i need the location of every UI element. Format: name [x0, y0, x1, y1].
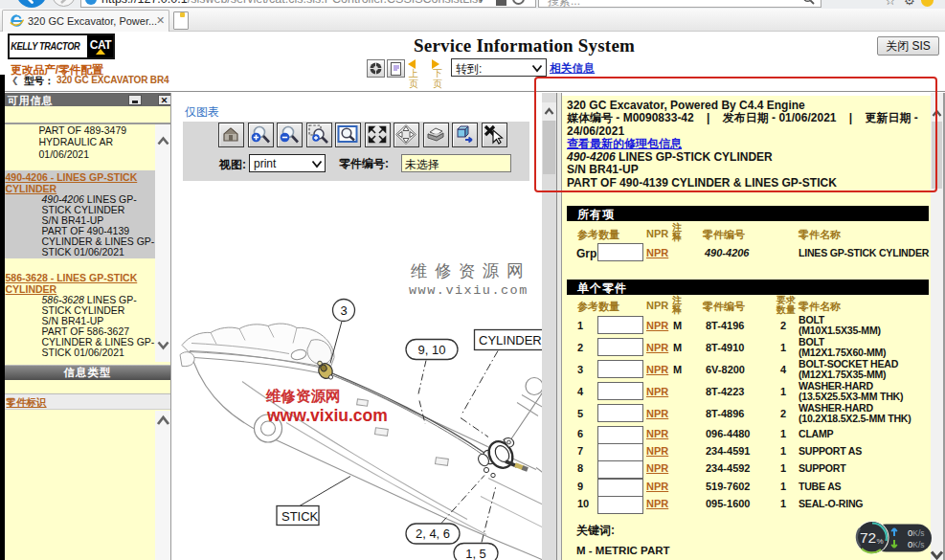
svg-text:CYLINDER: CYLINDER — [479, 333, 542, 347]
svg-text:维修资源网: 维修资源网 — [265, 387, 341, 403]
svg-text:0K/s: 0K/s — [908, 539, 925, 549]
svg-text:3: 3 — [340, 303, 347, 318]
svg-text:1, 5: 1, 5 — [465, 546, 486, 560]
svg-text:72: 72 — [860, 529, 876, 546]
svg-text:维修资源网: 维修资源网 — [411, 260, 530, 280]
svg-text:www.vixiu.com: www.vixiu.com — [266, 405, 388, 424]
svg-text:STICK: STICK — [281, 508, 319, 523]
svg-text:%: % — [877, 537, 884, 546]
svg-text:2, 4, 6: 2, 4, 6 — [416, 526, 450, 541]
svg-text:9, 10: 9, 10 — [418, 342, 446, 356]
svg-text:0K/s: 0K/s — [908, 527, 925, 538]
svg-text:www.vixiu.com: www.vixiu.com — [409, 282, 529, 297]
